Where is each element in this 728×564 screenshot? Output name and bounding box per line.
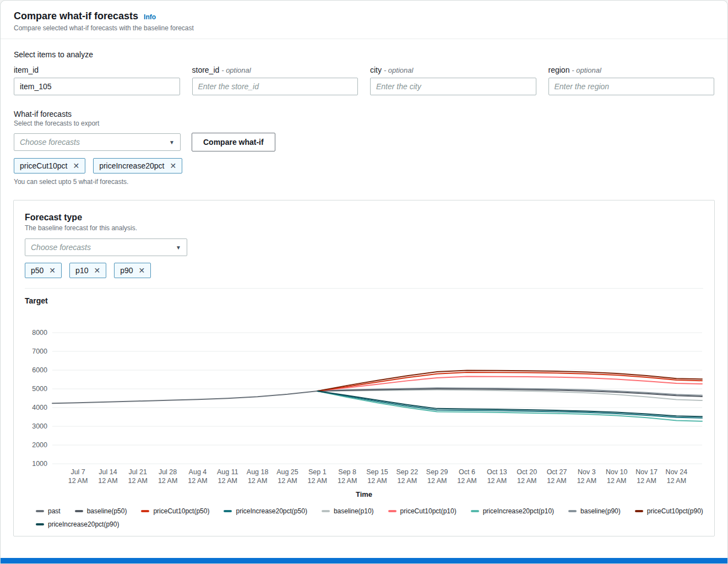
page-subtitle: Compare selected what-if forecasts with …: [14, 24, 714, 32]
item-id-field-group: item_id: [14, 66, 180, 95]
svg-text:Sep 1: Sep 1: [308, 468, 327, 476]
city-label-text: city: [370, 66, 382, 74]
what-if-heading: What-if forecasts: [14, 110, 714, 118]
svg-text:12 AM: 12 AM: [218, 477, 237, 485]
legend-swatch: [36, 510, 44, 512]
city-field-group: city - optional: [370, 66, 536, 95]
svg-text:12 AM: 12 AM: [128, 477, 148, 485]
legend-item[interactable]: priceCut10pct(p50): [141, 507, 209, 515]
svg-text:Aug 18: Aug 18: [247, 468, 269, 476]
close-icon[interactable]: ✕: [73, 162, 79, 170]
item-id-label: item_id: [14, 66, 180, 74]
svg-text:12 AM: 12 AM: [98, 477, 117, 485]
svg-text:12 AM: 12 AM: [427, 477, 447, 485]
close-icon[interactable]: ✕: [94, 267, 100, 274]
token-p90: p90 ✕: [114, 263, 151, 278]
legend-item[interactable]: priceCut10pct(p10): [388, 507, 457, 515]
legend-label: baseline(p10): [334, 507, 374, 515]
region-input[interactable]: [548, 78, 715, 95]
svg-text:Sep 22: Sep 22: [396, 468, 419, 476]
page-header: Compare what-if forecasts Info Compare s…: [1, 1, 727, 39]
legend-item[interactable]: priceIncrease20pct(p90): [36, 520, 119, 528]
svg-text:12 AM: 12 AM: [68, 477, 88, 485]
legend-item[interactable]: priceIncrease20pct(p10): [471, 507, 554, 515]
panel-divider: [25, 288, 703, 289]
x-axis-title: Time: [25, 490, 703, 498]
select-items-heading: Select items to analyze: [14, 50, 714, 59]
legend-item[interactable]: baseline(p50): [75, 507, 127, 515]
store-id-field-group: store_id - optional: [192, 66, 358, 95]
token-label: priceIncrease20pct: [99, 161, 164, 170]
svg-text:Aug 25: Aug 25: [276, 468, 298, 476]
forecast-chart: 10002000300040005000600070008000Jul 712 …: [25, 321, 705, 487]
svg-text:12 AM: 12 AM: [607, 477, 626, 485]
close-icon[interactable]: ✕: [139, 267, 145, 274]
legend-item[interactable]: baseline(p10): [322, 507, 374, 515]
region-label-text: region: [548, 66, 570, 74]
what-if-tokens: priceCut10pct ✕ priceIncrease20pct ✕: [14, 158, 714, 173]
legend-label: priceIncrease20pct(p10): [483, 507, 554, 515]
store-id-label-text: store_id: [192, 66, 220, 74]
item-fields-row: item_id store_id - optional city - optio…: [14, 66, 714, 95]
legend-swatch: [471, 510, 479, 512]
chevron-down-icon: ▼: [169, 139, 175, 145]
close-icon[interactable]: ✕: [170, 162, 176, 170]
token-label: p10: [75, 266, 88, 275]
legend-item[interactable]: priceIncrease20pct(p50): [224, 507, 307, 515]
chart-area: 10002000300040005000600070008000Jul 712 …: [25, 321, 703, 498]
svg-text:Sep 15: Sep 15: [366, 468, 388, 476]
svg-text:12 AM: 12 AM: [457, 477, 476, 485]
y-axis-title: Target: [25, 296, 703, 305]
token-priceCut10pct: priceCut10pct ✕: [14, 158, 85, 173]
token-label: p90: [120, 266, 133, 275]
compare-what-if-button[interactable]: Compare what-if: [192, 133, 275, 151]
main-content: Select items to analyze item_id store_id…: [1, 39, 727, 186]
forecast-type-dropdown[interactable]: Choose forecasts ▼: [25, 238, 187, 256]
svg-text:Oct 6: Oct 6: [459, 468, 475, 476]
svg-text:12 AM: 12 AM: [577, 477, 596, 485]
city-input[interactable]: [370, 78, 536, 95]
svg-text:Jul 21: Jul 21: [129, 468, 147, 476]
forecast-type-panel: Forecast type The baseline forecast for …: [13, 200, 715, 536]
legend-label: priceCut10pct(p50): [153, 507, 209, 515]
svg-text:Jul 7: Jul 7: [70, 468, 85, 476]
svg-text:Nov 17: Nov 17: [635, 468, 658, 476]
legend-swatch: [322, 510, 330, 512]
page: Compare what-if forecasts Info Compare s…: [0, 0, 728, 564]
svg-text:Nov 10: Nov 10: [606, 468, 628, 476]
legend-label: baseline(p90): [580, 507, 621, 515]
item-id-input[interactable]: [14, 78, 180, 95]
svg-text:12 AM: 12 AM: [158, 477, 177, 485]
svg-text:12 AM: 12 AM: [338, 477, 357, 485]
info-link[interactable]: Info: [144, 13, 156, 21]
legend-item[interactable]: baseline(p90): [568, 507, 621, 515]
store-id-optional: - optional: [221, 66, 251, 74]
forecast-type-tokens: p50 ✕ p10 ✕ p90 ✕: [25, 263, 703, 278]
svg-text:12 AM: 12 AM: [398, 477, 417, 485]
legend-label: priceIncrease20pct(p90): [48, 520, 119, 528]
item-id-label-text: item_id: [14, 66, 39, 74]
legend-swatch: [36, 523, 44, 525]
close-icon[interactable]: ✕: [49, 267, 56, 274]
legend-item[interactable]: past: [36, 507, 61, 515]
svg-text:Nov 3: Nov 3: [578, 468, 596, 476]
legend-item[interactable]: priceCut10pct(p90): [635, 507, 703, 515]
svg-text:12 AM: 12 AM: [308, 477, 327, 485]
city-label: city - optional: [370, 66, 536, 74]
svg-text:12 AM: 12 AM: [487, 477, 507, 485]
legend-label: baseline(p50): [87, 507, 127, 515]
svg-text:12 AM: 12 AM: [248, 477, 267, 485]
legend-swatch: [224, 510, 232, 512]
legend-label: past: [48, 507, 61, 515]
svg-text:12 AM: 12 AM: [637, 477, 656, 485]
what-if-forecasts-dropdown[interactable]: Choose forecasts ▼: [14, 133, 181, 151]
svg-text:Oct 13: Oct 13: [487, 468, 507, 476]
svg-text:12 AM: 12 AM: [547, 477, 566, 485]
token-p10: p10 ✕: [69, 263, 106, 278]
svg-text:7000: 7000: [32, 348, 47, 355]
store-id-input[interactable]: [192, 78, 358, 95]
legend-label: priceIncrease20pct(p50): [236, 507, 307, 515]
legend-swatch: [635, 510, 643, 512]
svg-text:12 AM: 12 AM: [667, 477, 686, 485]
svg-text:6000: 6000: [32, 366, 47, 374]
